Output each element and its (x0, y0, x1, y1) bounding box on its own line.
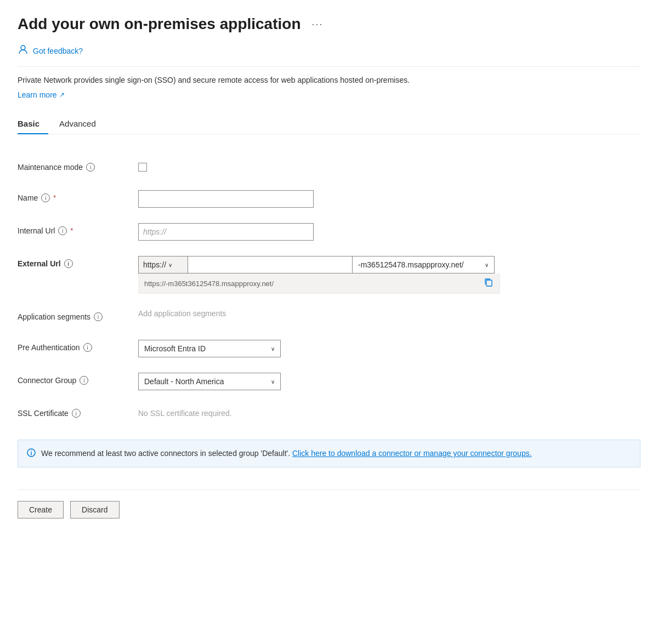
no-ssl-text: No SSL certificate required. (138, 406, 640, 418)
tabs-row: Basic Advanced (18, 115, 640, 134)
application-segments-info-icon[interactable]: i (94, 312, 103, 321)
external-url-label: External Url i (18, 256, 138, 268)
name-input[interactable] (138, 190, 314, 208)
connector-group-dropdown[interactable]: Default - North America ∨ (138, 373, 281, 390)
pre-authentication-dropdown[interactable]: Microsoft Entra ID ∨ (138, 340, 281, 357)
learn-more-label: Learn more (18, 90, 57, 99)
connector-group-chevron-icon: ∨ (271, 379, 275, 385)
connector-group-label: Connector Group i (18, 373, 138, 385)
name-required-star: * (53, 194, 56, 202)
ssl-certificate-control: No SSL certificate required. (138, 406, 640, 418)
form-row-external-url: External Url i https:// ∨ (18, 248, 640, 301)
tab-basic[interactable]: Basic (18, 115, 48, 134)
description-text: Private Network provides single sign-on … (18, 75, 640, 86)
page-title: Add your own on-premises application (18, 15, 301, 33)
form-row-application-segments: Application segments i Add application s… (18, 301, 640, 332)
maintenance-mode-label: Maintenance mode i (18, 159, 138, 172)
pre-authentication-value: Microsoft Entra ID (144, 344, 206, 353)
domain-text: -m365125478.msappproxy.net/ (358, 260, 480, 269)
connector-group-info-icon[interactable]: i (80, 376, 88, 385)
internal-url-info-icon[interactable]: i (58, 226, 67, 235)
info-banner-link[interactable]: Click here to download a connector or ma… (292, 449, 532, 458)
form-row-ssl-certificate: SSL Certificate i No SSL certificate req… (18, 398, 640, 429)
connector-group-value: Default - North America (144, 377, 224, 386)
external-url-inputs: https:// ∨ -m365125478.msappproxy.net/ ∨ (138, 256, 640, 273)
form-row-internal-url: Internal Url i * (18, 215, 640, 248)
feedback-icon (18, 44, 29, 58)
full-url-text: https://-m365t36125478.msappproxy.net/ (144, 280, 274, 288)
pre-authentication-info-icon[interactable]: i (83, 343, 92, 352)
protocol-selector[interactable]: https:// ∨ (138, 256, 188, 273)
ellipsis-menu-button[interactable]: ··· (308, 16, 328, 32)
info-banner-text: We recommend at least two active connect… (41, 448, 532, 459)
external-url-control: https:// ∨ -m365125478.msappproxy.net/ ∨ (138, 256, 640, 294)
create-button[interactable]: Create (18, 501, 64, 518)
svg-point-0 (21, 45, 25, 50)
form-row-name: Name i * (18, 183, 640, 215)
pre-authentication-label: Pre Authentication i (18, 340, 138, 352)
external-link-icon: ↗ (59, 91, 65, 99)
form-section: Maintenance mode i Name i * Internal Url… (18, 152, 640, 429)
maintenance-mode-info-icon[interactable]: i (86, 163, 95, 172)
page-header: Add your own on-premises application ··· (18, 15, 640, 33)
internal-url-label: Internal Url i * (18, 223, 138, 235)
domain-chevron-icon: ∨ (485, 262, 489, 268)
feedback-link[interactable]: Got feedback? (33, 47, 83, 55)
svg-rect-1 (486, 280, 492, 286)
subdomain-input[interactable] (188, 256, 352, 273)
info-banner: We recommend at least two active connect… (18, 440, 640, 468)
maintenance-mode-control (138, 159, 640, 172)
application-segments-label: Application segments i (18, 309, 138, 321)
footer-actions: Create Discard (18, 490, 640, 518)
learn-more-link[interactable]: Learn more ↗ (18, 90, 65, 99)
pre-authentication-control: Microsoft Entra ID ∨ (138, 340, 640, 357)
ssl-certificate-label: SSL Certificate i (18, 406, 138, 418)
discard-button[interactable]: Discard (70, 501, 119, 518)
form-row-connector-group: Connector Group i Default - North Americ… (18, 365, 640, 398)
external-url-container: https:// ∨ -m365125478.msappproxy.net/ ∨ (138, 256, 640, 294)
name-label: Name i * (18, 190, 138, 202)
internal-url-required-star: * (70, 227, 73, 235)
protocol-chevron-icon: ∨ (168, 262, 172, 268)
name-control (138, 190, 640, 208)
svg-point-3 (31, 451, 32, 452)
add-segments-link[interactable]: Add application segments (138, 309, 640, 318)
form-row-pre-authentication: Pre Authentication i Microsoft Entra ID … (18, 332, 640, 365)
form-row-maintenance-mode: Maintenance mode i (18, 152, 640, 183)
pre-authentication-chevron-icon: ∨ (271, 346, 275, 352)
copy-url-button[interactable] (483, 277, 494, 290)
feedback-row: Got feedback? (18, 44, 640, 67)
internal-url-input[interactable] (138, 223, 314, 241)
domain-selector[interactable]: -m365125478.msappproxy.net/ ∨ (352, 256, 495, 273)
internal-url-control (138, 223, 640, 241)
external-url-info-icon[interactable]: i (64, 259, 73, 268)
name-info-icon[interactable]: i (41, 193, 50, 202)
info-banner-icon (27, 448, 36, 459)
full-url-display: https://-m365t36125478.msappproxy.net/ (138, 273, 500, 294)
maintenance-mode-checkbox[interactable] (138, 163, 147, 172)
connector-group-control: Default - North America ∨ (138, 373, 640, 390)
tab-advanced[interactable]: Advanced (59, 115, 105, 134)
ssl-certificate-info-icon[interactable]: i (72, 409, 81, 418)
application-segments-control: Add application segments (138, 309, 640, 318)
protocol-text: https:// (143, 260, 166, 269)
